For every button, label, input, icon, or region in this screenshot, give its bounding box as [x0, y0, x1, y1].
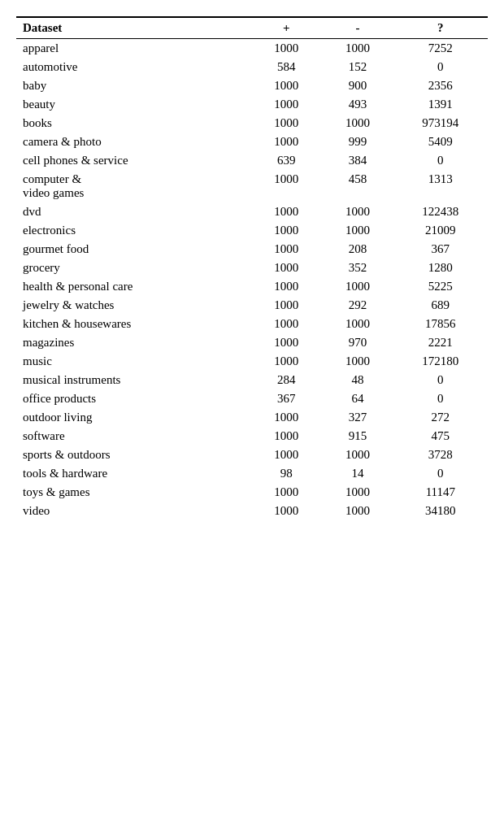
- dataset-value: 1000: [322, 483, 393, 502]
- dataset-value: 17856: [393, 315, 488, 333]
- dataset-value: 48: [322, 371, 393, 389]
- dataset-value: 11147: [393, 483, 488, 502]
- dataset-value: 475: [393, 427, 488, 446]
- dataset-value: 1000: [322, 221, 393, 240]
- dataset-name: outdoor living: [16, 408, 250, 427]
- dataset-name: toys & games: [16, 483, 250, 502]
- dataset-value: 1000: [322, 114, 393, 133]
- column-header-dataset: Dataset: [16, 17, 250, 39]
- dataset-name: gourmet food: [16, 240, 250, 259]
- dataset-value: 21009: [393, 221, 488, 240]
- dataset-name: tools & hardware: [16, 464, 250, 483]
- dataset-name: sports & outdoors: [16, 446, 250, 464]
- dataset-value: 2356: [393, 76, 488, 95]
- table-row: jewelry & watches1000292689: [16, 296, 488, 315]
- dataset-value: 0: [393, 464, 488, 483]
- dataset-value: 1000: [250, 76, 322, 95]
- dataset-value: 915: [322, 427, 393, 446]
- dataset-name: kitchen & housewares: [16, 315, 250, 333]
- table-row: dvd10001000122438: [16, 202, 488, 221]
- dataset-value: 1000: [250, 277, 322, 296]
- dataset-value: 3728: [393, 446, 488, 464]
- dataset-value: 327: [322, 408, 393, 427]
- dataset-value: 493: [322, 95, 393, 114]
- table-row: software1000915475: [16, 427, 488, 446]
- dataset-value: 1000: [322, 277, 393, 296]
- dataset-value: 1000: [250, 114, 322, 133]
- dataset-value: 5409: [393, 133, 488, 151]
- dataset-value: 0: [393, 58, 488, 76]
- dataset-value: 1000: [250, 333, 322, 352]
- dataset-value: 5225: [393, 277, 488, 296]
- dataset-value: 1000: [250, 483, 322, 502]
- dataset-value: 1313: [393, 170, 488, 202]
- dataset-value: 64: [322, 389, 393, 408]
- dataset-name: books: [16, 114, 250, 133]
- dataset-name: apparel: [16, 39, 250, 59]
- dataset-value: 639: [250, 151, 322, 170]
- dataset-value: 970: [322, 333, 393, 352]
- table-row: gourmet food1000208367: [16, 240, 488, 259]
- dataset-value: 14: [322, 464, 393, 483]
- dataset-value: 0: [393, 389, 488, 408]
- table-row: beauty10004931391: [16, 95, 488, 114]
- dataset-value: 272: [393, 408, 488, 427]
- table-row: automotive5841520: [16, 58, 488, 76]
- dataset-value: 367: [250, 389, 322, 408]
- dataset-name: music: [16, 352, 250, 371]
- table-row: electronics1000100021009: [16, 221, 488, 240]
- table-row: sports & outdoors100010003728: [16, 446, 488, 464]
- table-row: cell phones & service6393840: [16, 151, 488, 170]
- table-row: toys & games1000100011147: [16, 483, 488, 502]
- dataset-value: 98: [250, 464, 322, 483]
- dataset-table: Dataset+-? apparel100010007252automotive…: [16, 16, 488, 520]
- dataset-name: electronics: [16, 221, 250, 240]
- dataset-name: health & personal care: [16, 277, 250, 296]
- dataset-value: 122438: [393, 202, 488, 221]
- dataset-value: 1000: [250, 170, 322, 202]
- dataset-name: dvd: [16, 202, 250, 221]
- dataset-value: 2221: [393, 333, 488, 352]
- dataset-value: 1000: [250, 240, 322, 259]
- dataset-name: musical instruments: [16, 371, 250, 389]
- dataset-value: 584: [250, 58, 322, 76]
- table-row: video1000100034180: [16, 502, 488, 520]
- dataset-name: office products: [16, 389, 250, 408]
- dataset-value: 172180: [393, 352, 488, 371]
- table-row: baby10009002356: [16, 76, 488, 95]
- dataset-value: 384: [322, 151, 393, 170]
- dataset-value: 1000: [322, 502, 393, 520]
- table-row: health & personal care100010005225: [16, 277, 488, 296]
- table-row: camera & photo10009995409: [16, 133, 488, 151]
- dataset-value: 367: [393, 240, 488, 259]
- dataset-value: 1000: [250, 39, 322, 59]
- column-header--: ?: [393, 17, 488, 39]
- table-row: computer &video games10004581313: [16, 170, 488, 202]
- dataset-value: 999: [322, 133, 393, 151]
- dataset-value: 1000: [322, 202, 393, 221]
- dataset-name: jewelry & watches: [16, 296, 250, 315]
- dataset-value: 0: [393, 151, 488, 170]
- dataset-value: 1000: [322, 315, 393, 333]
- dataset-name: software: [16, 427, 250, 446]
- dataset-name: baby: [16, 76, 250, 95]
- dataset-value: 7252: [393, 39, 488, 59]
- dataset-value: 900: [322, 76, 393, 95]
- table-row: outdoor living1000327272: [16, 408, 488, 427]
- column-header--: +: [250, 17, 322, 39]
- dataset-value: 1000: [250, 352, 322, 371]
- table-row: tools & hardware98140: [16, 464, 488, 483]
- dataset-value: 1000: [250, 202, 322, 221]
- dataset-value: 152: [322, 58, 393, 76]
- dataset-value: 1000: [250, 315, 322, 333]
- dataset-value: 1000: [250, 427, 322, 446]
- dataset-value: 689: [393, 296, 488, 315]
- dataset-name: computer &video games: [16, 170, 250, 202]
- dataset-value: 1000: [250, 502, 322, 520]
- table-row: kitchen & housewares1000100017856: [16, 315, 488, 333]
- dataset-value: 0: [393, 371, 488, 389]
- table-row: music10001000172180: [16, 352, 488, 371]
- dataset-name: grocery: [16, 259, 250, 277]
- dataset-name: cell phones & service: [16, 151, 250, 170]
- dataset-value: 973194: [393, 114, 488, 133]
